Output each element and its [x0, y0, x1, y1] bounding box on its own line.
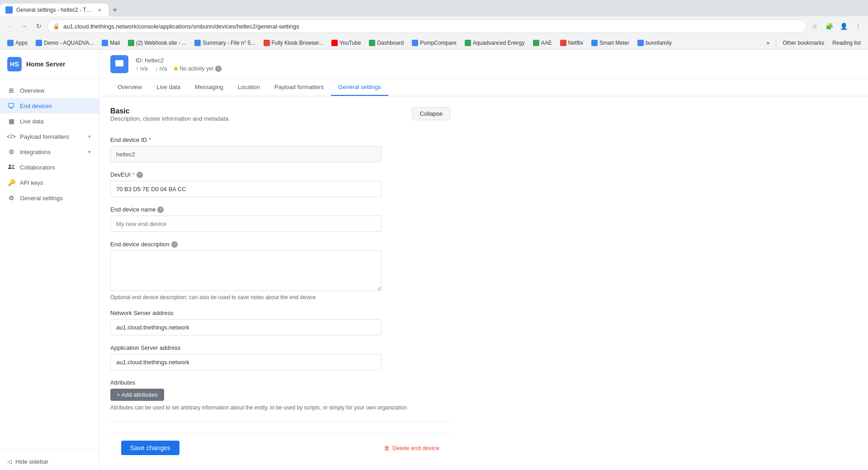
tab-location[interactable]: Location	[231, 79, 267, 96]
bookmark-star-icon[interactable]: ☆	[808, 20, 821, 33]
browser-window: General settings - heltec2 - The ... ✕ +…	[0, 0, 868, 470]
delete-end-device-button[interactable]: 🗑 Delete end device	[384, 445, 439, 451]
end-device-id-group: End device ID *	[110, 136, 450, 162]
tab-general-settings[interactable]: General settings	[331, 79, 388, 96]
activity-stat: No activity yet ?	[174, 66, 222, 72]
dev-eui-input[interactable]	[110, 181, 382, 197]
address-bar[interactable]: 🔒 au1.cloud.thethings.network/console/ap…	[47, 19, 807, 33]
activity-help-icon[interactable]: ?	[215, 66, 222, 72]
extensions-icon[interactable]: 🧩	[823, 20, 835, 33]
sidebar-item-overview[interactable]: ⊞ Overview	[0, 83, 99, 98]
sidebar-item-collaborators[interactable]: Collaborators	[0, 160, 99, 175]
device-stats: ↑ n/a ↓ n/a No activity yet ?	[136, 66, 857, 72]
application-server-address-input[interactable]	[110, 354, 382, 370]
attributes-hint: Attributes can be used to set arbitrary …	[110, 404, 450, 411]
hide-sidebar-button[interactable]: ◁ Hide sidebar	[7, 456, 92, 468]
bookmark-label: Netflix	[568, 40, 583, 46]
dev-eui-group: DevEUI * ?	[110, 171, 450, 197]
bookmark-mail[interactable]: Mail	[98, 39, 123, 47]
address-text: au1.cloud.thethings.network/console/appl…	[63, 23, 801, 30]
bookmark-smartmeter[interactable]: Smart Meter	[588, 39, 633, 47]
bookmark-dashboard[interactable]: Dashboard	[365, 39, 407, 47]
tab-messaging[interactable]: Messaging	[188, 79, 231, 96]
bookmark-pumpcompare[interactable]: PumpCompare	[408, 39, 460, 47]
tab-live-data[interactable]: Live data	[149, 79, 188, 96]
live-data-icon: ▦	[7, 117, 15, 125]
end-device-description-label: End device description ?	[110, 241, 450, 248]
bookmark-favicon	[637, 40, 644, 46]
downlink-arrow-icon: ↓	[155, 66, 158, 72]
dev-eui-help-icon[interactable]: ?	[137, 172, 143, 178]
new-tab-button[interactable]: +	[108, 4, 121, 16]
bookmark-favicon	[465, 40, 471, 46]
bookmark-summary[interactable]: Summary - File n° 5...	[191, 39, 259, 47]
other-bookmarks-button[interactable]: Other bookmarks	[779, 39, 828, 47]
sidebar: HS Home Server ⊞ Overview End devices ▦	[0, 50, 99, 470]
bookmark-label: Mail	[110, 40, 120, 46]
more-bookmarks-button[interactable]: »	[763, 39, 774, 47]
end-device-description-textarea[interactable]	[110, 250, 382, 291]
sidebar-header: HS Home Server	[0, 50, 99, 79]
menu-button[interactable]: ⋮	[852, 20, 864, 33]
sidebar-item-label: Integrations	[20, 149, 51, 155]
back-button[interactable]: ←	[4, 20, 16, 33]
bookmark-netflix[interactable]: Netflix	[557, 39, 587, 47]
browser-tab-active[interactable]: General settings - heltec2 - The ... ✕	[0, 4, 108, 16]
bookmark-label: PumpCompare	[420, 40, 457, 46]
sidebar-item-label: Payload formatters	[20, 133, 69, 140]
overview-icon: ⊞	[7, 86, 15, 94]
bookmark-demo[interactable]: Demo - AQUADVA...	[32, 39, 97, 47]
sidebar-item-end-devices[interactable]: End devices	[0, 98, 99, 113]
other-bookmarks-label: Other bookmarks	[783, 40, 824, 46]
attributes-group: Attributes + Add attributes Attributes c…	[110, 379, 450, 411]
bookmark-label: Summary - File n° 5...	[203, 40, 255, 46]
bookmark-webhook[interactable]: (2) Webhook.site - ...	[124, 39, 190, 47]
tab-payload-formatters[interactable]: Payload formatters	[267, 79, 331, 96]
reading-list-button[interactable]: Reading list	[829, 39, 864, 47]
bookmark-label: Apps	[15, 40, 28, 46]
network-server-address-group: Network Server address	[110, 310, 450, 335]
add-attributes-button[interactable]: + Add attributes	[110, 389, 164, 401]
bookmark-label: bunnfamily	[646, 40, 672, 46]
bookmark-apps[interactable]: Apps	[4, 39, 31, 47]
chevron-down-icon: ▼	[87, 150, 92, 155]
end-device-id-input[interactable]	[110, 146, 382, 162]
bookmark-fullykiosk[interactable]: Fully Kiosk Browser...	[260, 39, 327, 47]
collapse-button[interactable]: Collapse	[412, 107, 450, 120]
tab-close-button[interactable]: ✕	[96, 6, 103, 14]
save-changes-button[interactable]: Save changes	[121, 441, 179, 455]
chevron-down-icon: ▼	[87, 134, 92, 139]
tab-title: General settings - heltec2 - The ...	[16, 7, 92, 13]
forward-button[interactable]: →	[18, 20, 31, 33]
api-keys-icon: 🔑	[7, 179, 15, 187]
end-device-description-help-icon[interactable]: ?	[171, 241, 178, 248]
bookmark-bunnfamily[interactable]: bunnfamily	[634, 39, 675, 47]
bookmark-aquadvanced[interactable]: Aquadvanced Energy	[461, 39, 528, 47]
reload-button[interactable]: ↻	[33, 20, 45, 33]
bookmark-favicon	[194, 40, 201, 46]
hide-sidebar-label: Hide sidebar	[15, 458, 48, 465]
bookmark-aae[interactable]: AAE	[529, 39, 556, 47]
bookmark-favicon	[331, 40, 338, 46]
profile-icon[interactable]: 👤	[837, 20, 850, 33]
bookmark-youtube[interactable]: YouTube	[328, 39, 364, 47]
bookmark-label: Fully Kiosk Browser...	[272, 40, 324, 46]
tabs-bar: Overview Live data Messaging Location Pa…	[99, 79, 868, 96]
end-device-name-help-icon[interactable]: ?	[157, 207, 164, 213]
bookmark-favicon	[369, 40, 375, 46]
tab-overview[interactable]: Overview	[110, 79, 149, 96]
sidebar-item-general-settings[interactable]: ⚙ General settings	[0, 190, 99, 206]
end-device-id-label: End device ID *	[110, 136, 450, 143]
sidebar-item-label: Overview	[20, 87, 44, 94]
sidebar-item-payload-formatters[interactable]: </> Payload formatters ▼	[0, 129, 99, 144]
end-device-name-input[interactable]	[110, 216, 382, 232]
tab-bar: General settings - heltec2 - The ... ✕ +	[0, 0, 868, 16]
sidebar-item-label: API keys	[20, 179, 43, 186]
section-title: Basic Description, cluster information a…	[110, 107, 229, 133]
sidebar-item-api-keys[interactable]: 🔑 API keys	[0, 175, 99, 190]
sidebar-item-integrations[interactable]: ⚙ Integrations ▼	[0, 144, 99, 160]
activity-label: No activity yet	[179, 66, 213, 72]
network-server-address-input[interactable]	[110, 319, 382, 335]
sidebar-nav: ⊞ Overview End devices ▦ Live data </> P…	[0, 79, 99, 450]
sidebar-item-live-data[interactable]: ▦ Live data	[0, 113, 99, 129]
